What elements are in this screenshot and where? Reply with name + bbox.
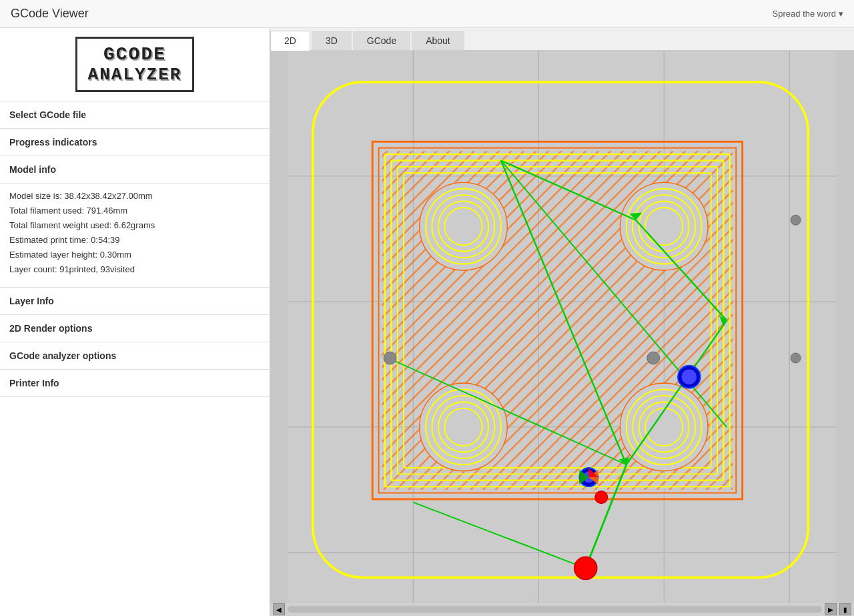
svg-point-54 bbox=[682, 369, 697, 384]
app-title: GCode Viewer bbox=[11, 7, 89, 21]
printer-info-section[interactable]: Printer Info bbox=[0, 370, 270, 397]
scroll-left-button[interactable]: ◀ bbox=[273, 603, 285, 615]
estimated-layer-height-text: Estimated layer height: 0.30mm bbox=[9, 248, 260, 262]
horizontal-scrollbar[interactable]: ◀ ▶ ▮ bbox=[270, 603, 854, 616]
layer-count-text: Layer count: 91printed, 93visited bbox=[9, 262, 260, 277]
spread-word-label: Spread the word bbox=[773, 9, 836, 19]
total-filament-text: Total filament used: 791.46mm bbox=[9, 204, 260, 218]
progress-indicators-section[interactable]: Progress indicators bbox=[0, 129, 270, 156]
select-gcode-label: Select GCode file bbox=[9, 109, 86, 120]
logo-gcode: GCODE bbox=[88, 44, 182, 65]
tab-about[interactable]: About bbox=[412, 31, 464, 50]
svg-point-52 bbox=[791, 215, 801, 225]
select-gcode-section[interactable]: Select GCode file bbox=[0, 101, 270, 129]
spread-word-button[interactable]: Spread the word ▾ bbox=[773, 9, 843, 19]
content-area: 2D 3D GCode About bbox=[270, 28, 854, 616]
tab-2d[interactable]: 2D bbox=[270, 31, 310, 51]
layer-info-label: Layer Info bbox=[9, 296, 54, 306]
estimated-print-time-text: Estimated print time: 0:54:39 bbox=[9, 233, 260, 248]
model-info-details: Model size is: 38.42x38.42x27.00mm Total… bbox=[0, 184, 270, 288]
model-info-section[interactable]: Model info bbox=[0, 156, 270, 184]
tab-3d[interactable]: 3D bbox=[312, 31, 352, 50]
logo-area: GCODE ANALYZER bbox=[0, 28, 270, 101]
svg-point-58 bbox=[595, 491, 608, 504]
main-layout: GCODE ANALYZER Select GCode file Progres… bbox=[0, 28, 854, 616]
layer-info-section[interactable]: Layer Info bbox=[0, 288, 270, 315]
printer-info-label: Printer Info bbox=[9, 378, 59, 388]
gcode-canvas[interactable] bbox=[270, 51, 854, 603]
tab-gcode[interactable]: GCode bbox=[353, 31, 410, 50]
logo-analyzer: ANALYZER bbox=[88, 65, 182, 85]
progress-indicators-label: Progress indicators bbox=[9, 137, 97, 147]
gcode-analyzer-section[interactable]: GCode analyzer options bbox=[0, 342, 270, 370]
render-options-section[interactable]: 2D Render options bbox=[0, 315, 270, 342]
chevron-down-icon: ▾ bbox=[839, 9, 843, 19]
svg-point-51 bbox=[791, 353, 801, 363]
render-options-label: 2D Render options bbox=[9, 323, 92, 334]
svg-point-50 bbox=[647, 352, 660, 364]
tabs-bar: 2D 3D GCode About bbox=[270, 28, 854, 51]
model-info-title: Model info bbox=[9, 164, 56, 175]
model-size-text: Model size is: 38.42x38.42x27.00mm bbox=[9, 189, 260, 204]
scroll-track[interactable] bbox=[288, 606, 822, 613]
canvas-container bbox=[270, 51, 854, 603]
top-bar: GCode Viewer Spread the word ▾ bbox=[0, 0, 854, 28]
sidebar: GCODE ANALYZER Select GCode file Progres… bbox=[0, 28, 270, 616]
scroll-end-button[interactable]: ▮ bbox=[839, 603, 851, 615]
svg-point-57 bbox=[574, 557, 597, 579]
gcode-analyzer-label: GCode analyzer options bbox=[9, 350, 116, 361]
total-filament-weight-text: Total filament weight used: 6.62grams bbox=[9, 218, 260, 233]
svg-point-49 bbox=[384, 352, 396, 364]
scroll-right-button[interactable]: ▶ bbox=[825, 603, 837, 615]
logo-box: GCODE ANALYZER bbox=[75, 37, 195, 92]
